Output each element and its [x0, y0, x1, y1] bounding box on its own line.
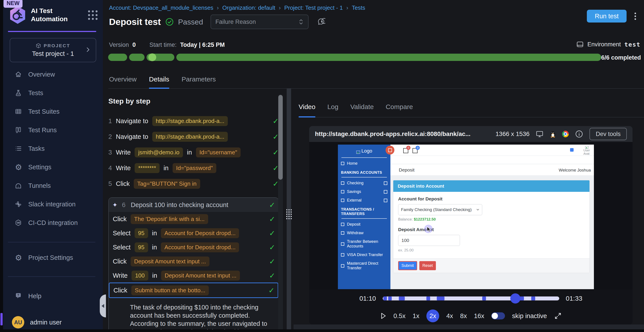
step-row[interactable]: 4 Write ******** in Id="password"	[108, 160, 279, 176]
sidebar-item-slack-integration[interactable]: Slack integration	[3, 195, 103, 214]
more-options-icon[interactable]	[634, 12, 636, 20]
tab-overview[interactable]: Overview	[109, 70, 136, 88]
tab-parameters[interactable]: Parameters	[182, 70, 216, 88]
deposit-amount-input[interactable]: 100	[398, 235, 460, 246]
step-row[interactable]: 3 Write jsmith@demo.io in Id="username"	[108, 144, 279, 160]
speed-8x[interactable]: 8x	[460, 312, 467, 320]
bank-nav-mastercard-transfer[interactable]: Mastercard Direct Transfer	[338, 259, 390, 272]
comment-icon[interactable]	[317, 18, 325, 26]
progress-segment[interactable]	[176, 54, 601, 61]
breadcrumb-organization[interactable]: Organization: default	[214, 4, 276, 11]
step-row[interactable]: 5 Click Tag="BUTTON" Sign in	[108, 176, 279, 192]
timeline-track[interactable]	[383, 296, 559, 300]
panel-resize-divider[interactable]	[287, 88, 291, 332]
tab-compare[interactable]: Compare	[386, 97, 413, 117]
step-target-chip[interactable]: Account for Deposit dropd...	[161, 242, 239, 252]
bank-nav-deposit[interactable]: Deposit	[338, 220, 390, 229]
step-value-chip[interactable]: 95	[135, 242, 148, 252]
bank-submit-button[interactable]: Submit	[398, 261, 417, 270]
step-number: 6	[122, 201, 125, 208]
bank-reset-button[interactable]: Reset	[419, 261, 436, 270]
play-icon[interactable]	[380, 312, 386, 320]
bank-nav-home[interactable]: Home	[338, 159, 390, 168]
bank-notification-icon[interactable]: 0	[403, 148, 408, 153]
step-target-chip[interactable]: Id="password"	[172, 163, 216, 173]
tab-log[interactable]: Log	[327, 97, 338, 117]
sidebar-item-overview[interactable]: Overview	[3, 65, 103, 84]
step-target-chip[interactable]: Account for Deposit dropd...	[161, 228, 239, 238]
step-target-chip[interactable]: Deposit Amount text input ...	[131, 256, 210, 266]
bank-nav-visa-transfer[interactable]: VISA Direct Transfer	[338, 250, 390, 259]
sidebar-item-test-suites[interactable]: Test Suites	[3, 102, 103, 121]
step-value-chip[interactable]: 100	[132, 271, 148, 280]
step-target-chip[interactable]: Deposit Amount text input ...	[161, 271, 240, 280]
sidebar-item-cicd-integration[interactable]: CI-CD integration	[3, 214, 103, 232]
info-icon[interactable]	[575, 130, 583, 138]
skip-inactive-toggle[interactable]	[491, 312, 505, 320]
speed-2x-active[interactable]: 2x	[426, 310, 439, 322]
step-row[interactable]: 2 Navigate to http://stage.dbank.prod-a.…	[108, 129, 279, 144]
step-target-chip[interactable]: Submit button at the botto...	[131, 286, 209, 295]
tab-validate[interactable]: Validate	[350, 97, 374, 117]
speed-16x[interactable]: 16x	[474, 312, 484, 320]
tab-video[interactable]: Video	[298, 97, 316, 117]
sidebar-item-settings[interactable]: ⚙ Settings	[3, 158, 103, 176]
timeline-playhead[interactable]	[510, 293, 520, 304]
dev-tools-button[interactable]: Dev tools	[590, 128, 627, 140]
apps-grid-icon[interactable]	[88, 10, 98, 20]
run-test-button[interactable]: Run test	[587, 10, 626, 22]
breadcrumb-account[interactable]: Account: Devspace_all_module_licenses	[109, 4, 214, 11]
ai-step-group-header[interactable]: ✦ 6 Deposit 100 into checking account	[109, 198, 278, 212]
speed-4x[interactable]: 4x	[446, 312, 453, 320]
speed-1x[interactable]: 1x	[413, 312, 420, 320]
sidebar-item-project-settings[interactable]: ⚙ Project Settings	[3, 248, 103, 267]
sidebar-collapse-handle[interactable]	[100, 294, 106, 318]
step-target-chip[interactable]: Id="username"	[196, 148, 241, 158]
red-badge: 0	[406, 146, 410, 150]
substep-row[interactable]: Click Deposit Amount text input ...	[109, 254, 278, 268]
speed-0.5x[interactable]: 0.5x	[394, 312, 406, 320]
step-value-chip[interactable]: jsmith@demo.io	[135, 148, 183, 158]
step-target-chip[interactable]: Tag="BUTTON" Sign in	[134, 179, 200, 189]
drag-handle-icon[interactable]	[286, 209, 292, 219]
fullscreen-icon[interactable]	[554, 312, 562, 320]
steps-scrollbar-thumb[interactable]	[278, 95, 283, 180]
bank-nav-savings[interactable]: Savings	[338, 188, 390, 196]
breadcrumb-project[interactable]: Project: Test project - 1	[275, 4, 343, 11]
step-url-chip[interactable]: http://stage.dbank.prod-a...	[152, 116, 228, 126]
step-row[interactable]: 1 Navigate to http://stage.dbank.prod-a.…	[108, 113, 279, 129]
step-target-chip[interactable]: The 'Deposit' link with a si...	[131, 214, 208, 224]
bank-user-avatar-broken[interactable]: User Avat	[583, 146, 590, 156]
step-value-chip[interactable]: 95	[135, 228, 148, 238]
bank-toolbar-icon[interactable]	[570, 148, 574, 152]
step-url-chip[interactable]: http://stage.dbank.prod-a...	[152, 132, 228, 142]
progress-segment[interactable]	[108, 54, 127, 61]
sidebar-item-tunnels[interactable]: Tunnels	[3, 176, 103, 195]
substep-row[interactable]: Select 95 in Account for Deposit dropd..…	[109, 240, 278, 254]
steps-scrollbar[interactable]	[278, 94, 283, 332]
failure-reason-select[interactable]: Failure Reason	[210, 14, 308, 29]
updown-chevrons-icon	[298, 18, 304, 26]
project-selector[interactable]: PROJECT Test project - 1	[10, 38, 96, 62]
step-value-chip[interactable]: ********	[135, 163, 160, 173]
bank-nav-withdraw[interactable]: Withdraw	[338, 229, 390, 237]
bank-nav-transfer-between[interactable]: Transfer Between Accounts	[338, 237, 390, 250]
sidebar-item-tasks[interactable]: Tasks	[3, 139, 103, 158]
progress-segment[interactable]	[146, 54, 174, 61]
substep-row[interactable]: Write 100 in Deposit Amount text input .…	[109, 268, 278, 282]
account-select[interactable]: Family Checking (Standard Checking)	[398, 204, 482, 215]
substep-row-selected[interactable]: Click Submit button at the botto...	[109, 282, 278, 298]
user-menu[interactable]: AU admin user	[12, 316, 62, 328]
bank-nav-checking[interactable]: Checking	[338, 179, 390, 188]
menu-toggle-icon[interactable]	[388, 148, 392, 152]
breadcrumb-tests[interactable]: Tests	[343, 4, 365, 11]
progress-segment[interactable]	[129, 54, 144, 61]
tab-details[interactable]: Details	[149, 70, 169, 88]
sidebar-item-test-runs[interactable]: Test Runs	[3, 121, 103, 139]
help-button[interactable]: ? Help	[14, 292, 42, 300]
sidebar-item-tests[interactable]: Tests	[3, 84, 103, 102]
bank-message-icon[interactable]: 0	[412, 148, 418, 153]
substep-row[interactable]: Click The 'Deposit' link with a si...	[109, 212, 278, 226]
bank-nav-external[interactable]: External	[338, 196, 390, 205]
substep-row[interactable]: Select 95 in Account for Deposit dropd..…	[109, 226, 278, 240]
